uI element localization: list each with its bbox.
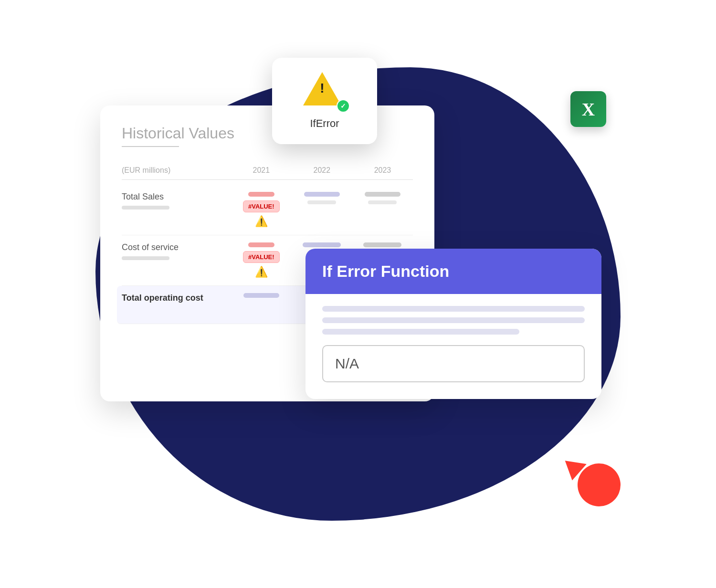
column-2021: 2021 (231, 166, 292, 175)
function-line-1 (322, 306, 585, 312)
iferror-function-title: If Error Function (322, 262, 449, 280)
row-label-cost-of-service: Cost of service (122, 242, 231, 260)
column-label-header: (EUR millions) (122, 166, 231, 175)
total-sales-warning: #VALUE! ⚠️ (243, 200, 280, 228)
total-sales-cell-2022 (292, 192, 352, 204)
cost-of-service-warning: #VALUE! ⚠️ (243, 251, 280, 278)
iferror-function-header: If Error Function (305, 249, 601, 294)
warning-triangle: ! (303, 72, 341, 105)
total-sales-error-badge: #VALUE! (243, 200, 280, 212)
iferror-tooltip-card: ! ✓ IfError (272, 58, 377, 144)
excel-x-label: X (582, 99, 595, 120)
na-value: N/A (335, 356, 359, 371)
iferror-tooltip-label: IfError (310, 117, 339, 130)
total-sales-cell-2021: #VALUE! ⚠️ (231, 192, 292, 228)
cost-of-service-bar-2022 (303, 242, 341, 247)
total-sales-warning-icon: ⚠️ (255, 215, 268, 228)
cost-of-service-cell-2021: #VALUE! ⚠️ (231, 242, 292, 278)
total-sales-bar-pink (248, 192, 274, 197)
cost-of-service-sublabel (122, 256, 169, 260)
iferror-function-body: N/A (305, 294, 601, 399)
row-label-total-sales: Total Sales (122, 192, 231, 210)
iferror-icon-container: ! ✓ (303, 72, 346, 110)
function-line-2 (322, 317, 585, 323)
column-2023: 2023 (352, 166, 413, 175)
function-line-3 (322, 329, 519, 335)
table-row-total-sales: Total Sales #VALUE! ⚠️ (122, 185, 413, 235)
cost-of-service-warning-icon: ⚠️ (255, 266, 268, 278)
check-badge-icon: ✓ (337, 99, 350, 113)
cost-of-service-bar-pink (248, 242, 274, 247)
total-sales-cell-2023 (352, 192, 413, 204)
main-scene: Historical Values (EUR millions) 2021 20… (72, 43, 644, 545)
red-circle-decoration (578, 463, 621, 506)
cost-of-service-error-badge: #VALUE! (243, 251, 280, 263)
total-operating-bar-2021 (243, 293, 279, 298)
exclamation-icon: ! (320, 82, 324, 95)
iferror-function-card: If Error Function N/A (305, 249, 601, 399)
table-header: (EUR millions) 2021 2022 2023 (122, 161, 413, 180)
excel-icon: X (570, 91, 606, 127)
row-label-total-operating-cost: Total operating cost (122, 293, 231, 303)
total-operating-cost-label: Total operating cost (122, 293, 231, 303)
total-operating-cell-2021 (231, 293, 292, 298)
total-sales-sublabel (122, 206, 169, 210)
total-sales-sub-2023 (368, 200, 397, 204)
title-underline (122, 146, 179, 147)
na-box: N/A (322, 345, 585, 382)
column-2022: 2022 (292, 166, 352, 175)
total-sales-sub-2022 (307, 200, 336, 204)
cost-of-service-label: Cost of service (122, 242, 231, 252)
total-sales-label: Total Sales (122, 192, 231, 202)
cost-of-service-bar-2023 (363, 242, 401, 247)
total-sales-bar-2023 (365, 192, 400, 197)
total-sales-bar-2022 (304, 192, 340, 197)
